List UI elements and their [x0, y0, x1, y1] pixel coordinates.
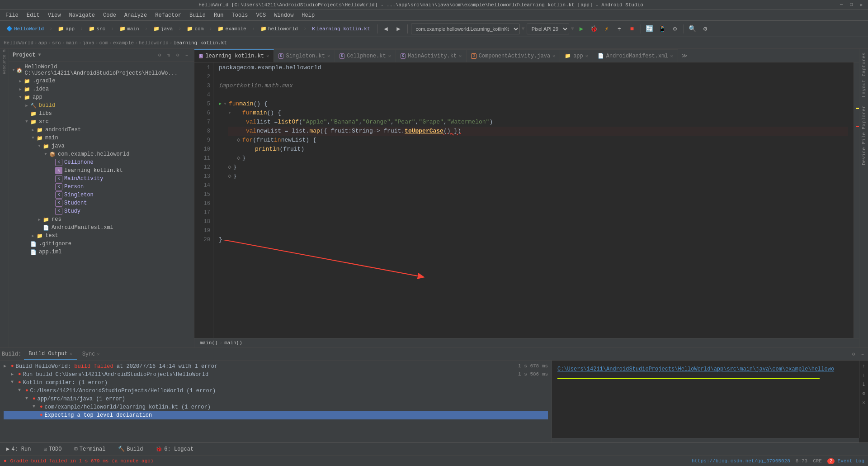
right-expand-up[interactable]: ↑	[860, 362, 868, 370]
tree-item-idea[interactable]: ▶ 📁 .idea	[9, 85, 194, 93]
tree-arrow-java[interactable]: ▼	[36, 144, 42, 148]
run-btn-line5[interactable]: ▶	[219, 100, 222, 109]
tree-item-cellphone[interactable]: K Cellphone	[9, 158, 194, 166]
tree-item-study[interactable]: K Study	[9, 207, 194, 215]
status-link[interactable]: https://blog.csdn.net/qq_37965028	[692, 458, 790, 464]
tab-build-close[interactable]: ✕	[70, 351, 72, 357]
tab-app[interactable]: 📁 app ✕	[560, 49, 593, 62]
tree-item-androidtest[interactable]: ▶ 📁 androidTest	[9, 126, 194, 134]
tree-item-app[interactable]: ▼ 📁 app	[9, 93, 194, 101]
tree-arrow-main[interactable]: ▼	[30, 136, 36, 140]
menu-build[interactable]: Build	[186, 11, 209, 19]
resource-manager-icon[interactable]: Resource Manager	[0, 51, 9, 59]
right-expand-down[interactable]: ↓	[860, 371, 868, 379]
tree-item-src[interactable]: ▼ 📁 src	[9, 118, 194, 126]
tree-arrow-gradle[interactable]: ▶	[17, 79, 24, 84]
right-settings[interactable]: ⚙	[860, 390, 868, 397]
tree-arrow-androidtest[interactable]: ▶	[30, 128, 36, 133]
tab-componentactivity[interactable]: J ComponentActivity.java ✕	[467, 49, 560, 62]
debug-button[interactable]: 🐞	[589, 24, 599, 34]
tree-arrow-res[interactable]: ▶	[36, 217, 42, 222]
code-area[interactable]: package com.example.helloworld import ko…	[213, 62, 854, 338]
tab-close-singleton[interactable]: ✕	[327, 53, 330, 59]
right-close[interactable]: ✕	[860, 399, 868, 406]
tab-close-learning[interactable]: ✕	[266, 53, 269, 59]
tree-arrow-build[interactable]: ▶	[24, 103, 30, 108]
menu-window[interactable]: Window	[270, 11, 297, 19]
close-button[interactable]: ✕	[858, 2, 864, 8]
tab-sync[interactable]: Sync ✕	[78, 349, 104, 359]
bc-java[interactable]: java	[82, 40, 94, 46]
tree-item-gitignore[interactable]: 📄 .gitignore	[9, 240, 194, 248]
tree-item-mainactivity[interactable]: K MainActivity	[9, 175, 194, 183]
maximize-button[interactable]: □	[848, 2, 854, 8]
tree-item-app-iml[interactable]: 📄 app.iml	[9, 248, 194, 256]
bc-app[interactable]: app	[38, 40, 47, 46]
status-event-log[interactable]: 2 Event Log	[827, 458, 864, 464]
menu-edit[interactable]: Edit	[23, 11, 43, 19]
build-arrow-app-src[interactable]: ▼	[25, 396, 31, 401]
example-btn[interactable]: 📁 example	[214, 24, 250, 33]
tree-arrow-test[interactable]: ▶	[30, 233, 36, 238]
menu-view[interactable]: View	[44, 11, 65, 19]
tab-close-mainactivity[interactable]: ✕	[459, 53, 462, 59]
sdk-btn[interactable]: ⚙	[670, 24, 680, 34]
navigate-back-btn[interactable]: ◀	[381, 24, 392, 34]
navigate-forward-btn[interactable]: ▶	[393, 24, 404, 34]
bc-helloworld2[interactable]: helloworld	[139, 40, 169, 46]
device-file-explorer-label[interactable]: Device File Explorer	[860, 102, 868, 169]
tree-item-libs[interactable]: 📁 libs	[9, 109, 194, 118]
tab-cellphone[interactable]: K Cellphone.kt ✕	[335, 49, 396, 62]
build-arrow-main[interactable]: ▶	[4, 363, 9, 369]
nav-main-outer[interactable]: main()	[200, 340, 218, 346]
run-button[interactable]: ▶	[576, 24, 587, 34]
layout-captures-label[interactable]: Layout Captures	[860, 49, 868, 101]
terminal-action-btn[interactable]: ⊞ Terminal	[72, 445, 108, 453]
tab-learning-kotlin[interactable]: K learning kotlin.kt ✕	[194, 49, 274, 62]
build-row-error-msg[interactable]: ● Expecting a top level declaration	[4, 411, 548, 419]
todo-action-btn[interactable]: ☑ TODO	[41, 445, 64, 453]
tree-item-androidmanifest[interactable]: 📄 AndroidManifest.xml	[9, 223, 194, 232]
tab-mainactivity[interactable]: K MainActivity.kt ✕	[396, 49, 467, 62]
tree-arrow-src[interactable]: ▼	[24, 119, 30, 124]
tree-item-student[interactable]: K Student	[9, 199, 194, 207]
menu-file[interactable]: File	[2, 11, 22, 19]
settings-btn[interactable]: ⚙	[700, 24, 711, 34]
tree-item-person[interactable]: K Person	[9, 183, 194, 191]
tree-item-gradle[interactable]: ▶ 📁 .gradle	[9, 77, 194, 85]
panel-collapse-btn[interactable]: –	[183, 52, 190, 59]
tab-more-btn[interactable]: ≫	[678, 49, 691, 62]
sync-btn[interactable]: 🔄	[644, 24, 655, 34]
tab-close-cellphone[interactable]: ✕	[388, 53, 391, 59]
menu-refactor[interactable]: Refactor	[151, 11, 185, 19]
tab-close-app[interactable]: ✕	[585, 53, 588, 59]
tab-singleton[interactable]: K Singleton.kt ✕	[274, 49, 335, 62]
minimize-button[interactable]: ─	[838, 2, 844, 8]
build-arrow-kotlin[interactable]: ▼	[11, 380, 16, 385]
run-action-btn[interactable]: ▶ 4: Run	[4, 445, 33, 453]
tree-item-singleton[interactable]: K Singleton	[9, 191, 194, 199]
tree-item-helloworld-root[interactable]: ▼ 🏠 HelloWorld C:\Users\14211\AndroidStu…	[9, 63, 194, 77]
build-arrow-path1[interactable]: ▼	[18, 388, 24, 393]
tab-androidmanifest[interactable]: 📄 AndroidManifest.xml ✕	[593, 49, 678, 62]
bc-com[interactable]: com	[99, 40, 108, 46]
tree-item-java[interactable]: ▼ 📁 java	[9, 142, 194, 150]
filename-btn[interactable]: K learning kotlin.kt	[308, 25, 373, 33]
avd-btn[interactable]: 📱	[657, 24, 668, 34]
logcat-action-btn[interactable]: 🐞 6: Logcat	[153, 445, 196, 453]
menu-navigate[interactable]: Navigate	[65, 11, 99, 19]
nav-main-inner[interactable]: main()	[224, 340, 242, 346]
panel-gear-btn[interactable]: ⚙	[174, 52, 181, 59]
tree-item-main[interactable]: ▼ 📁 main	[9, 134, 194, 142]
bc-src[interactable]: src	[52, 40, 61, 46]
tab-sync-close[interactable]: ✕	[97, 352, 99, 357]
project-name-button[interactable]: 🔷 HelloWorld	[3, 24, 47, 33]
panel-sync-btn[interactable]: ⇅	[165, 52, 172, 59]
run-config-select[interactable]: com.example.helloworld.Learning_kotlinKt	[411, 24, 520, 34]
tab-close-androidmanifest[interactable]: ✕	[670, 53, 673, 59]
tree-item-build[interactable]: ▶ 🔨 build	[9, 101, 194, 109]
bc-file[interactable]: learning kotlin.kt	[173, 40, 227, 46]
panel-dropdown-icon[interactable]: ▼	[38, 52, 41, 57]
build-file-link[interactable]: C:\Users\14211\AndroidStudioProjects\Hel…	[557, 366, 834, 372]
src-btn[interactable]: 📁 src	[85, 24, 109, 33]
